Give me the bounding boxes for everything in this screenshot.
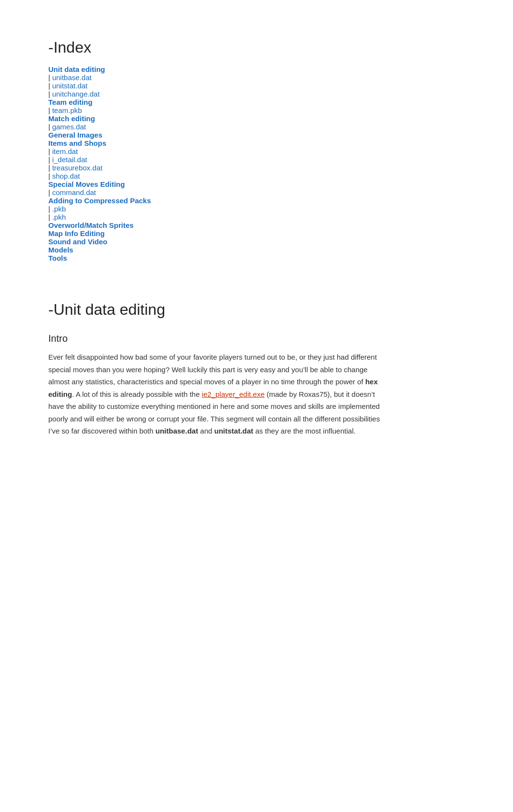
index-section-header[interactable]: Match editing <box>48 114 386 123</box>
index-item-row: | shop.dat <box>48 172 386 180</box>
index-item-link[interactable]: unitchange.dat <box>52 90 100 98</box>
pipe-char: | <box>48 213 50 221</box>
index-list: Unit data editing| unitbase.dat| unitsta… <box>48 65 386 262</box>
pipe-char: | <box>48 164 50 172</box>
intro-text-5: as they are the most influential. <box>253 427 356 435</box>
index-item-row: | i_detail.dat <box>48 155 386 164</box>
index-item-row: | unitchange.dat <box>48 90 386 98</box>
index-item-row: | games.dat <box>48 123 386 131</box>
pipe-char: | <box>48 188 50 196</box>
index-title: -Index <box>48 39 386 56</box>
index-item-link[interactable]: unitstat.dat <box>52 82 87 90</box>
index-item-link[interactable]: shop.dat <box>52 172 80 180</box>
unit-data-title: -Unit data editing <box>48 301 386 319</box>
unit-data-section: -Unit data editing Intro Ever felt disap… <box>48 301 386 437</box>
index-item-link[interactable]: .pkb <box>52 205 66 213</box>
pipe-char: | <box>48 147 50 155</box>
index-item-link[interactable]: team.pkb <box>52 106 82 114</box>
index-section-header[interactable]: Tools <box>48 254 386 262</box>
intro-paragraph: Ever felt disappointed how bad some of y… <box>48 351 386 437</box>
ie2-player-edit-link[interactable]: ie2_player_edit.exe <box>202 390 265 398</box>
pipe-char: | <box>48 82 50 90</box>
index-item-link[interactable]: item.dat <box>52 147 78 155</box>
index-item-link[interactable]: unitbase.dat <box>52 73 92 82</box>
pipe-char: | <box>48 90 50 98</box>
pipe-char: | <box>48 123 50 131</box>
index-item-link[interactable]: treasurebox.dat <box>52 164 102 172</box>
index-section-header[interactable]: Overworld/Match Sprites <box>48 221 386 229</box>
index-section-header[interactable]: Items and Shops <box>48 139 386 147</box>
index-item-row: | team.pkb <box>48 106 386 114</box>
pipe-char: | <box>48 155 50 164</box>
index-section-header[interactable]: Models <box>48 246 386 254</box>
index-item-row: | treasurebox.dat <box>48 164 386 172</box>
index-section-header[interactable]: Sound and Video <box>48 238 386 246</box>
index-section-header[interactable]: Map Info Editing <box>48 229 386 238</box>
index-item-link[interactable]: command.dat <box>52 188 96 196</box>
pipe-char: | <box>48 106 50 114</box>
index-item-link[interactable]: games.dat <box>52 123 86 131</box>
intro-bold-3: unitstat.dat <box>214 427 254 435</box>
index-section-header[interactable]: Unit data editing <box>48 65 386 73</box>
pipe-char: | <box>48 73 50 82</box>
pipe-char: | <box>48 205 50 213</box>
index-item-link[interactable]: .pkh <box>52 213 66 221</box>
index-item-row: | .pkh <box>48 213 386 221</box>
index-item-row: | unitbase.dat <box>48 73 386 82</box>
index-section-header[interactable]: Team editing <box>48 98 386 106</box>
intro-text-2: . A lot of this is already possible with… <box>72 390 201 398</box>
index-section-header[interactable]: Adding to Compressed Packs <box>48 196 386 205</box>
intro-heading: Intro <box>48 333 386 344</box>
index-item-row: | .pkb <box>48 205 386 213</box>
page-container: -Index Unit data editing| unitbase.dat| … <box>0 0 435 476</box>
index-item-row: | command.dat <box>48 188 386 196</box>
intro-text-4: and <box>198 427 214 435</box>
intro-text-1: Ever felt disappointed how bad some of y… <box>48 353 377 386</box>
index-section-header[interactable]: Special Moves Editing <box>48 180 386 188</box>
pipe-char: | <box>48 172 50 180</box>
intro-bold-2: unitbase.dat <box>156 427 198 435</box>
index-item-row: | unitstat.dat <box>48 82 386 90</box>
index-item-link[interactable]: i_detail.dat <box>52 155 87 164</box>
index-item-row: | item.dat <box>48 147 386 155</box>
index-section-header[interactable]: General Images <box>48 131 386 139</box>
